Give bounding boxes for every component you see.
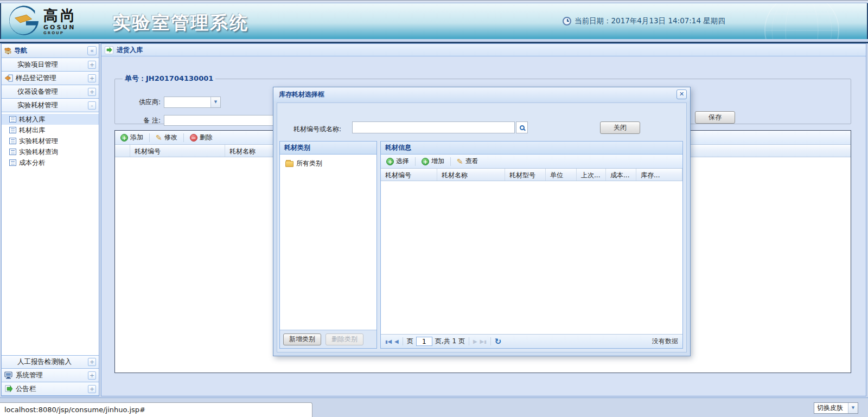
close-icon[interactable]: ✕ xyxy=(676,89,687,99)
add-row-button[interactable]: + 添加 xyxy=(118,132,145,143)
expand-icon[interactable]: + xyxy=(88,74,96,82)
column-header-stock[interactable]: 库存... xyxy=(636,169,682,181)
expand-icon[interactable]: + xyxy=(88,88,96,96)
info-grid-empty-body xyxy=(381,181,682,334)
gosun-logo-icon xyxy=(9,5,40,37)
category-tree: 所有类别 xyxy=(280,155,376,330)
supplier-label: 供应商: xyxy=(129,98,161,107)
save-button[interactable]: 保存 xyxy=(695,111,735,124)
column-header-code[interactable]: 耗材编号 xyxy=(381,169,437,181)
first-page-icon[interactable]: ◀ xyxy=(385,338,392,344)
plus-icon: + xyxy=(422,158,429,165)
document-icon xyxy=(9,116,16,123)
sidebar-item-consumable-mgmt[interactable]: 实验耗材管理 - xyxy=(2,99,99,112)
expand-icon[interactable]: + xyxy=(88,385,96,393)
submenu-item-lab-consumable-mgmt[interactable]: 实验耗材管理 xyxy=(2,136,99,146)
page-label: 页 xyxy=(407,337,413,346)
next-page-icon[interactable]: ▶ xyxy=(473,338,477,344)
submenu-item-consumable-in[interactable]: 耗材入库 xyxy=(2,114,99,125)
expand-icon[interactable]: + xyxy=(88,371,96,380)
toolbar-separator xyxy=(415,157,416,166)
page-title: 进货入库 xyxy=(117,46,143,55)
app-title: 实验室管理系统 xyxy=(112,11,249,35)
nav-header: 导航 « xyxy=(2,44,99,58)
category-panel-title: 耗材类别 xyxy=(280,142,376,155)
search-button[interactable] xyxy=(516,121,528,133)
column-header-unit[interactable]: 单位 xyxy=(546,169,577,181)
breadcrumb: 进货入库 xyxy=(101,44,866,56)
paging-toolbar: ◀ ◀ 页 页,共 1 页 ▶ ▶ ↻ 没有数据 xyxy=(381,334,682,348)
info-toolbar: + 选择 + 增加 ✎ 查看 xyxy=(381,155,682,169)
submenu-item-consumable-out[interactable]: 耗材出库 xyxy=(2,125,99,136)
search-icon xyxy=(520,125,525,130)
page-header: 高尚 GOSUN GROUP 实验室管理系统 当前日期：2017年4月13日 1… xyxy=(0,0,868,43)
sidebar-item-bulletin[interactable]: 公告栏 + xyxy=(2,382,99,396)
supplier-select[interactable]: ▼ xyxy=(164,97,221,108)
prev-page-icon[interactable]: ◀ xyxy=(394,338,399,344)
plus-icon: + xyxy=(120,134,128,142)
brand-name-cn: 高尚 xyxy=(43,8,77,24)
signpost-icon xyxy=(4,47,12,55)
category-panel-footer: 新增类别 删除类别 xyxy=(280,330,376,348)
category-panel: 耗材类别 所有类别 新增类别 删除类别 xyxy=(279,141,377,349)
globe-decoration xyxy=(710,3,851,39)
add-category-button[interactable]: 新增类别 xyxy=(283,333,321,345)
sidebar-collapse-button[interactable]: « xyxy=(87,46,97,55)
expand-icon[interactable]: + xyxy=(88,358,96,366)
chevron-down-icon[interactable]: ▼ xyxy=(848,403,858,413)
sidebar-item-experiment-project[interactable]: 实验项目管理 + xyxy=(2,58,99,72)
document-icon xyxy=(9,138,16,144)
nav-title: 导航 xyxy=(14,46,87,55)
brand-name-en: GOSUN xyxy=(43,24,77,31)
page-number-input[interactable] xyxy=(416,337,432,346)
company-logo: 高尚 GOSUN GROUP xyxy=(9,5,77,37)
folder-icon xyxy=(285,161,293,167)
dialog-titlebar[interactable]: 库存耗材选择框 ✕ xyxy=(273,87,690,101)
toolbar-separator xyxy=(490,337,491,345)
delete-category-button[interactable]: 删除类别 xyxy=(326,333,363,345)
toolbar-separator xyxy=(183,133,184,142)
row-numberer-header xyxy=(115,145,130,157)
sidebar-item-manual-report[interactable]: 人工报告检测输入 + xyxy=(2,355,99,369)
toolbar-separator xyxy=(403,337,403,345)
view-consumable-button[interactable]: ✎ 查看 xyxy=(455,156,481,167)
sidebar-item-system-mgmt[interactable]: 系统管理 + xyxy=(2,369,99,382)
chevron-down-icon[interactable]: ▼ xyxy=(210,97,220,107)
dialog-close-button[interactable]: 关闭 xyxy=(600,121,640,134)
info-panel-title: 耗材信息 xyxy=(381,142,682,155)
sidebar-item-sample-register[interactable]: 样品登记管理 + xyxy=(2,72,99,85)
consumable-info-panel: 耗材信息 + 选择 + 增加 ✎ 查看 耗材编号 耗材名称 xyxy=(380,141,683,349)
column-header-code[interactable]: 耗材编号 xyxy=(130,145,225,157)
add-consumable-button[interactable]: + 增加 xyxy=(419,156,446,167)
submenu-item-lab-consumable-query[interactable]: 实验耗材查询 xyxy=(2,146,99,157)
toolbar-separator xyxy=(450,157,451,166)
column-header-name[interactable]: 耗材名称 xyxy=(437,169,505,181)
collapse-minus-icon[interactable]: - xyxy=(88,101,96,110)
sidebar-item-instrument[interactable]: 仪器设备管理 + xyxy=(2,85,99,99)
refresh-icon[interactable]: ↻ xyxy=(495,337,502,347)
delete-row-button[interactable]: − 删除 xyxy=(188,132,215,143)
column-header-cost[interactable]: 成本... xyxy=(606,169,636,181)
expand-icon[interactable]: + xyxy=(88,61,96,69)
stock-consumable-dialog: 库存耗材选择框 ✕ 耗材编号或名称: 关闭 耗材类别 所有类别 新增类别 删除类… xyxy=(273,87,691,356)
navigation-sidebar: 导航 « 实验项目管理 + 样品登记管理 + 仪器设备管理 + 实验耗材管理 - xyxy=(1,43,99,396)
toolbar-separator xyxy=(149,133,150,142)
info-grid-header: 耗材编号 耗材名称 耗材型号 单位 上次... 成本... 库存... xyxy=(381,169,682,181)
submenu-item-cost-analysis[interactable]: 成本分析 xyxy=(2,157,99,168)
clock-icon xyxy=(563,17,571,25)
search-input[interactable] xyxy=(352,121,515,133)
select-consumable-button[interactable]: + 选择 xyxy=(384,156,411,167)
monitor-icon xyxy=(4,371,13,379)
column-header-last[interactable]: 上次... xyxy=(577,169,606,181)
last-page-icon[interactable]: ▶ xyxy=(480,338,487,344)
pencil-icon: ✎ xyxy=(156,133,162,142)
bulletin-arrow-icon xyxy=(4,385,13,393)
tree-node-all-categories[interactable]: 所有类别 xyxy=(285,159,376,168)
pencil-icon: ✎ xyxy=(457,157,463,166)
search-label: 耗材编号或名称: xyxy=(293,125,341,134)
plus-icon: + xyxy=(386,158,394,165)
column-header-model[interactable]: 耗材型号 xyxy=(505,169,546,181)
skin-switch-select[interactable]: 切换皮肤 ▼ xyxy=(814,402,858,414)
document-icon xyxy=(9,159,16,166)
edit-row-button[interactable]: ✎ 修改 xyxy=(154,132,180,143)
